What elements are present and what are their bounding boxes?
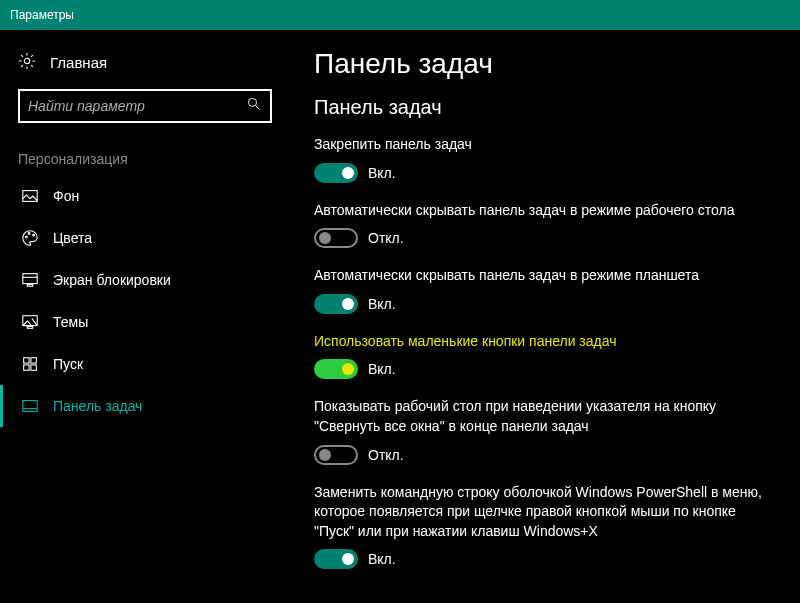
setting-label: Показывать рабочий стол при наведении ук… xyxy=(314,397,776,436)
setting-label: Автоматически скрывать панель задач в ре… xyxy=(314,201,776,221)
svg-rect-12 xyxy=(24,358,29,363)
toggle-state-text: Откл. xyxy=(368,447,404,463)
svg-point-5 xyxy=(28,233,30,235)
window-title: Параметры xyxy=(10,8,74,22)
sidebar-item-background[interactable]: Фон xyxy=(0,175,290,217)
sidebar-item-label: Экран блокировки xyxy=(53,272,171,288)
sidebar-item-themes[interactable]: Темы xyxy=(0,301,290,343)
setting-label: Автоматически скрывать панель задач в ре… xyxy=(314,266,776,286)
sidebar-item-taskbar[interactable]: Панель задач xyxy=(0,385,290,427)
svg-point-6 xyxy=(33,234,35,236)
page-title: Панель задач xyxy=(314,48,776,80)
sidebar-item-label: Цвета xyxy=(53,230,92,246)
toggle-autohide-tablet[interactable] xyxy=(314,294,358,314)
home-button[interactable]: Главная xyxy=(0,42,290,83)
section-title: Панель задач xyxy=(314,96,776,119)
setting-label: Заменить командную строку оболочкой Wind… xyxy=(314,483,776,542)
svg-rect-15 xyxy=(31,365,36,370)
titlebar: Параметры xyxy=(0,0,800,30)
toggle-state-text: Вкл. xyxy=(368,165,396,181)
section-label: Персонализация xyxy=(0,137,290,175)
sidebar-item-label: Фон xyxy=(53,188,79,204)
setting-lock-taskbar: Закрепить панель задач Вкл. xyxy=(314,135,776,183)
toggle-small-buttons[interactable] xyxy=(314,359,358,379)
svg-rect-7 xyxy=(23,274,37,284)
setting-powershell: Заменить командную строку оболочкой Wind… xyxy=(314,483,776,570)
picture-icon xyxy=(21,187,39,205)
toggle-lock-taskbar[interactable] xyxy=(314,163,358,183)
svg-rect-13 xyxy=(31,358,36,363)
themes-icon xyxy=(21,313,39,331)
svg-point-1 xyxy=(248,98,256,106)
svg-rect-16 xyxy=(23,401,37,412)
toggle-state-text: Вкл. xyxy=(368,551,396,567)
search-input-wrap[interactable] xyxy=(18,89,272,123)
svg-point-4 xyxy=(26,236,28,238)
setting-autohide-tablet: Автоматически скрывать панель задач в ре… xyxy=(314,266,776,314)
svg-point-0 xyxy=(24,58,29,63)
toggle-powershell[interactable] xyxy=(314,549,358,569)
sidebar-item-label: Темы xyxy=(53,314,88,330)
start-icon xyxy=(21,355,39,373)
gear-icon xyxy=(18,52,36,73)
home-label: Главная xyxy=(50,54,107,71)
setting-autohide-desktop: Автоматически скрывать панель задач в ре… xyxy=(314,201,776,249)
lockscreen-icon xyxy=(21,271,39,289)
sidebar-item-label: Панель задач xyxy=(53,398,142,414)
setting-small-buttons: Использовать маленькие кнопки панели зад… xyxy=(314,332,776,380)
palette-icon xyxy=(21,229,39,247)
svg-line-2 xyxy=(256,106,260,110)
sidebar-item-lockscreen[interactable]: Экран блокировки xyxy=(0,259,290,301)
sidebar-item-label: Пуск xyxy=(53,356,83,372)
svg-rect-9 xyxy=(27,285,32,287)
sidebar-item-colors[interactable]: Цвета xyxy=(0,217,290,259)
search-icon xyxy=(246,96,262,116)
toggle-peek-desktop[interactable] xyxy=(314,445,358,465)
main-panel: Панель задач Панель задач Закрепить пане… xyxy=(290,30,800,603)
toggle-state-text: Вкл. xyxy=(368,361,396,377)
sidebar: Главная Персонализация Фон Цвета xyxy=(0,30,290,603)
setting-label: Закрепить панель задач xyxy=(314,135,776,155)
taskbar-icon xyxy=(21,397,39,415)
svg-rect-14 xyxy=(24,365,29,370)
sidebar-item-start[interactable]: Пуск xyxy=(0,343,290,385)
setting-peek-desktop: Показывать рабочий стол при наведении ук… xyxy=(314,397,776,464)
toggle-state-text: Откл. xyxy=(368,230,404,246)
search-input[interactable] xyxy=(28,98,246,114)
toggle-state-text: Вкл. xyxy=(368,296,396,312)
svg-rect-11 xyxy=(27,327,32,329)
setting-label: Использовать маленькие кнопки панели зад… xyxy=(314,332,776,352)
toggle-autohide-desktop[interactable] xyxy=(314,228,358,248)
